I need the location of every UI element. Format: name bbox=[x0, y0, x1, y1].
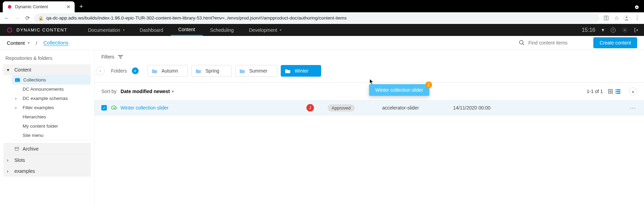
grid-view-icon[interactable] bbox=[608, 89, 613, 94]
tab-favicon-icon bbox=[7, 4, 12, 10]
sidebar-item-my-content-folder[interactable]: My content folder bbox=[12, 121, 91, 131]
svg-rect-24 bbox=[611, 91, 613, 92]
row-type: accelerator-slider bbox=[382, 105, 419, 111]
folders-row: ‹ Folders + AutumnSpringSummerWinter Win… bbox=[94, 64, 644, 82]
nav-item-scheduling[interactable]: Scheduling bbox=[203, 24, 241, 36]
sort-dropdown[interactable]: Date modified newest ▾ bbox=[121, 89, 174, 94]
folder-chip-winter[interactable]: Winter bbox=[281, 65, 321, 77]
star-icon[interactable]: ☆ bbox=[613, 15, 620, 21]
sidebar-item-dc-example-schemas[interactable]: ›DC example schemas bbox=[12, 94, 91, 103]
svg-rect-32 bbox=[616, 93, 617, 94]
folder-icon bbox=[285, 68, 291, 73]
search-input[interactable] bbox=[528, 40, 587, 46]
content-row[interactable]: ✓ Winter collection slider J Approved ac… bbox=[94, 100, 644, 115]
sidebar-item-filter-examples[interactable]: ›Filter examples bbox=[12, 103, 91, 112]
breadcrumb-separator: / bbox=[36, 40, 37, 46]
svg-rect-26 bbox=[610, 92, 611, 94]
sidebar-item-dc-announcements[interactable]: DC Announcements bbox=[12, 85, 91, 94]
pagination-range: 1-1 of 1 bbox=[587, 89, 603, 94]
create-content-button[interactable]: Create content bbox=[593, 37, 637, 48]
browser-tab-strip: Dynamic Content ✕ + bbox=[0, 0, 644, 12]
sidebar-item-site-menu[interactable]: Site menu bbox=[12, 131, 91, 140]
collections-icon: >_ bbox=[15, 78, 20, 82]
svg-marker-0 bbox=[8, 5, 11, 9]
nav-item-dashboard[interactable]: Dashboard bbox=[132, 24, 171, 36]
nav-item-documentation[interactable]: Documentation▾ bbox=[80, 24, 132, 36]
svg-rect-21 bbox=[611, 89, 613, 90]
chevron-icon: › bbox=[7, 157, 11, 163]
sidebar-item-collections[interactable]: >_Collections bbox=[12, 75, 91, 85]
folders-label: Folders bbox=[111, 68, 127, 74]
nav-item-content[interactable]: Content bbox=[171, 24, 203, 36]
nav-items: Documentation▾DashboardContentScheduling… bbox=[80, 24, 289, 36]
sidebar-group-slots[interactable]: ›Slots bbox=[3, 155, 91, 166]
svg-rect-22 bbox=[608, 91, 609, 92]
svg-rect-25 bbox=[608, 92, 609, 94]
add-folder-button[interactable]: + bbox=[132, 67, 139, 74]
folder-chip-autumn[interactable]: Autumn bbox=[148, 65, 188, 77]
chevron-icon: › bbox=[7, 168, 11, 174]
kebab-icon[interactable]: ⋮ bbox=[634, 15, 641, 21]
logout-icon[interactable] bbox=[634, 27, 639, 33]
svg-rect-28 bbox=[616, 89, 617, 90]
browser-tab[interactable]: Dynamic Content ✕ bbox=[3, 1, 75, 12]
gear-icon[interactable] bbox=[622, 27, 628, 33]
chevron-down-icon: ▾ bbox=[172, 89, 174, 94]
browser-menu-icon[interactable] bbox=[634, 5, 639, 10]
folder-icon bbox=[196, 68, 202, 73]
collapse-sidebar-button[interactable]: ‹ bbox=[96, 66, 105, 75]
row-date: 14/11/2020 00:00 bbox=[453, 105, 491, 111]
chevron-icon: › bbox=[15, 96, 19, 101]
svg-line-11 bbox=[522, 43, 524, 45]
folder-chip-summer[interactable]: Summer bbox=[235, 65, 277, 77]
address-field[interactable]: 🔒 qa-dc-app.adis.ws/builds/index-1.96.0-… bbox=[34, 13, 599, 23]
help-icon[interactable]: ? bbox=[610, 27, 616, 33]
svg-rect-31 bbox=[617, 91, 620, 92]
svg-rect-33 bbox=[617, 93, 620, 94]
key-icon[interactable]: ⚿ bbox=[603, 15, 610, 21]
tab-title: Dynamic Content bbox=[15, 4, 64, 9]
svg-rect-15 bbox=[15, 148, 18, 150]
filters-label[interactable]: Filters bbox=[101, 54, 123, 60]
chevron-down-icon: ▾ bbox=[123, 28, 125, 32]
nav-item-development[interactable]: Development▾ bbox=[241, 24, 289, 36]
logo-icon bbox=[6, 27, 13, 34]
profile-icon[interactable] bbox=[623, 15, 630, 21]
search-box[interactable] bbox=[519, 40, 587, 46]
svg-rect-20 bbox=[610, 89, 611, 90]
svg-rect-23 bbox=[610, 91, 611, 92]
sidebar-group-content[interactable]: ▾Content bbox=[3, 64, 91, 75]
app-logo[interactable]: DYNAMIC CONTENT bbox=[0, 27, 74, 34]
breadcrumb-root[interactable]: Content bbox=[7, 40, 25, 46]
main-panel: Filters ‹ Folders + AutumnSpringSummerWi… bbox=[94, 50, 644, 206]
chevron-down-icon[interactable]: ▾ bbox=[602, 27, 604, 33]
scroll-top-button[interactable]: ▲ bbox=[629, 87, 637, 95]
breadcrumb-current[interactable]: Collections bbox=[43, 40, 68, 46]
svg-rect-19 bbox=[608, 89, 609, 90]
folder-chip-spring[interactable]: Spring bbox=[191, 65, 232, 77]
sidebar-item-hierarchies[interactable]: Hierarchies bbox=[12, 112, 91, 121]
svg-point-4 bbox=[626, 16, 628, 18]
row-title[interactable]: Winter collection slider bbox=[121, 105, 168, 111]
row-checkbox[interactable]: ✓ bbox=[101, 105, 107, 111]
chevron-down-icon: ▾ bbox=[280, 28, 281, 32]
back-icon[interactable]: ← bbox=[3, 15, 10, 21]
svg-point-10 bbox=[519, 40, 523, 44]
cloud-sync-icon bbox=[111, 105, 117, 110]
sidebar-group-examples[interactable]: ›examples bbox=[3, 166, 91, 177]
clock: 15:16 bbox=[582, 27, 595, 33]
forward-icon[interactable]: → bbox=[14, 15, 21, 21]
svg-text:>_: >_ bbox=[16, 79, 19, 81]
new-tab-button[interactable]: + bbox=[79, 3, 83, 10]
row-menu-icon[interactable]: ⋯ bbox=[628, 104, 637, 112]
search-icon bbox=[519, 40, 525, 46]
reload-icon[interactable]: ⟳ bbox=[24, 15, 31, 21]
close-icon[interactable]: ✕ bbox=[66, 4, 71, 10]
status-badge: Approved bbox=[328, 104, 355, 112]
sidebar-heading: Repositories & folders bbox=[5, 55, 89, 61]
browser-address-bar: ← → ⟳ 🔒 qa-dc-app.adis.ws/builds/index-1… bbox=[0, 12, 644, 24]
sidebar-group-archive[interactable]: Archive bbox=[3, 143, 91, 155]
list-view-icon[interactable] bbox=[615, 89, 621, 94]
svg-text:?: ? bbox=[613, 28, 614, 32]
chevron-down-icon[interactable]: ▾ bbox=[28, 41, 30, 45]
